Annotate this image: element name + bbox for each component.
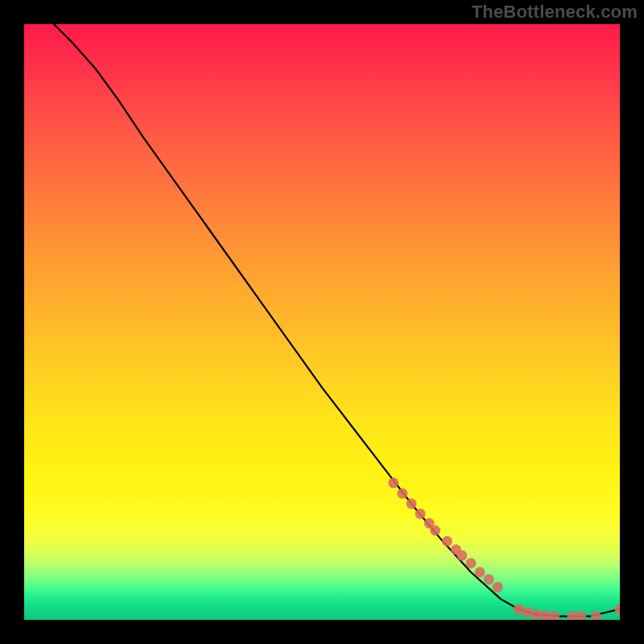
chart-overlay-svg [24,24,620,620]
scatter-point [531,609,542,620]
scatter-point [576,611,586,620]
scatter-point [615,604,621,614]
chart-scatter-points [388,477,620,620]
scatter-point [540,610,551,620]
scatter-point [430,526,440,536]
scatter-point [493,582,503,592]
chart-curve-line [54,24,620,617]
scatter-point [522,607,533,617]
scatter-point [415,509,426,519]
scatter-point [397,489,407,499]
watermark-text: TheBottleneck.com [472,2,638,23]
scatter-point [456,551,467,561]
chart-plot-area [24,24,620,620]
scatter-point [591,611,601,620]
scatter-point [466,558,477,568]
scatter-point [514,604,524,614]
scatter-point [484,574,494,584]
scatter-point [407,498,417,509]
scatter-point [388,477,398,488]
scatter-point [442,536,452,547]
scatter-point [549,611,559,620]
scatter-point [475,567,485,577]
scatter-point [567,611,577,620]
